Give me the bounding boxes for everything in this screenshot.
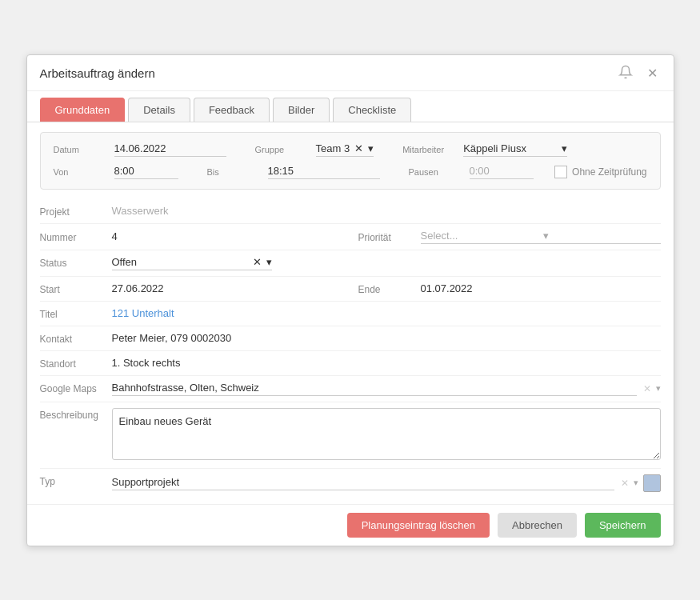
inline-fields-2: Start 27.06.2022 Ende 01.07.2022 — [40, 282, 661, 295]
maps-arrow-icon[interactable]: ▾ — [656, 383, 661, 394]
titel-label: Titel — [40, 307, 112, 320]
ende-label: Ende — [358, 282, 414, 295]
status-select[interactable]: Offen ✕ ▾ — [112, 256, 272, 270]
beschreibung-textarea[interactable] — [112, 408, 661, 460]
datum-value[interactable]: 14.06.2022 — [114, 142, 226, 157]
standort-value[interactable]: 1. Stock rechts — [112, 357, 661, 369]
start-value[interactable]: 27.06.2022 — [112, 282, 342, 294]
mitarbeiter-select[interactable]: Käppeli Piusx ▾ — [463, 142, 567, 157]
typ-value[interactable]: Supportprojekt — [112, 476, 614, 490]
nummer-label: Nummer — [40, 230, 112, 243]
gruppe-clear-icon[interactable]: ✕ — [354, 142, 363, 154]
typ-controls: ✕ ▾ — [621, 474, 661, 492]
maps-clear-icon[interactable]: ✕ — [643, 383, 651, 394]
main-form: Projekt Wasserwerk Nummer 4 Priorität Se… — [27, 199, 674, 504]
projekt-row: Projekt Wasserwerk — [40, 199, 661, 224]
kontakt-row: Kontakt Peter Meier, 079 0002030 — [40, 326, 661, 351]
ende-right: Ende 01.07.2022 — [358, 282, 661, 295]
tab-details[interactable]: Details — [128, 98, 190, 122]
tabs: Grunddaten Details Feedback Bilder Check… — [27, 91, 674, 122]
google-maps-label: Google Maps — [40, 382, 112, 394]
typ-label: Typ — [40, 474, 112, 487]
nummer-left: Nummer 4 — [40, 230, 342, 243]
cancel-button[interactable]: Abbrechen — [498, 513, 577, 538]
ende-value[interactable]: 01.07.2022 — [421, 282, 661, 294]
projekt-label: Projekt — [40, 205, 112, 218]
pausen-value[interactable]: 0:00 — [470, 165, 534, 179]
top-section: Datum 14.06.2022 Gruppe Team 3 ✕ ▾ Mitar… — [40, 132, 661, 190]
beschreibung-content — [112, 408, 661, 462]
dialog-header: Arbeitsauftrag ändern ✕ — [27, 55, 674, 91]
standort-label: Standort — [40, 357, 112, 370]
kontakt-value[interactable]: Peter Meier, 079 0002030 — [112, 332, 661, 344]
gruppe-value: Team 3 — [316, 142, 350, 154]
zeitpruefung-row: Ohne Zeitprüfung — [554, 166, 646, 178]
typ-clear-icon[interactable]: ✕ — [621, 478, 629, 489]
beschreibung-row: Beschreibung — [40, 402, 661, 469]
status-label: Status — [40, 256, 112, 269]
typ-row-inner: Supportprojekt ✕ ▾ — [112, 474, 661, 492]
prioritaet-label: Priorität — [358, 230, 414, 243]
status-value: Offen — [112, 256, 138, 268]
gruppe-arrow-icon[interactable]: ▾ — [368, 142, 374, 154]
nummer-value[interactable]: 4 — [112, 230, 342, 242]
maps-controls: ✕ ▾ — [643, 383, 661, 394]
save-button[interactable]: Speichern — [585, 513, 661, 538]
bis-value[interactable]: 18:15 — [268, 165, 380, 179]
projekt-value[interactable]: Wasserwerk — [112, 205, 661, 217]
zeitpruefung-label: Ohne Zeitprüfung — [572, 166, 646, 178]
delete-button[interactable]: Planungseintrag löschen — [347, 513, 490, 538]
pausen-label: Pausen — [409, 167, 457, 177]
bis-label: Bis — [207, 167, 255, 177]
kontakt-label: Kontakt — [40, 332, 112, 345]
gruppe-select[interactable]: Team 3 ✕ ▾ — [316, 142, 374, 157]
typ-color-box[interactable] — [643, 474, 661, 492]
top-row-2: Von 8:00 Bis 18:15 Pausen 0:00 Ohne Zeit… — [54, 165, 647, 179]
dialog-footer: Planungseintrag löschen Abbrechen Speich… — [27, 504, 674, 546]
mitarbeiter-arrow-icon[interactable]: ▾ — [562, 142, 567, 154]
google-maps-row: Google Maps Bahnhofstrasse, Olten, Schwe… — [40, 376, 661, 402]
prioritaet-arrow-icon[interactable]: ▾ — [543, 230, 661, 242]
tab-checkliste[interactable]: Checkliste — [333, 98, 411, 122]
zeitpruefung-checkbox[interactable] — [554, 166, 567, 178]
gruppe-label: Gruppe — [255, 145, 303, 154]
tab-bilder[interactable]: Bilder — [273, 98, 330, 122]
maps-row-inner: Bahnhofstrasse, Olten, Schweiz ✕ ▾ — [112, 382, 661, 396]
nummer-prioritaet-row: Nummer 4 Priorität Select... ▾ — [40, 224, 661, 250]
status-clear-icon[interactable]: ✕ — [253, 256, 262, 268]
dialog-title: Arbeitsauftrag ändern — [40, 66, 155, 80]
inline-fields-1: Nummer 4 Priorität Select... ▾ — [40, 230, 661, 244]
prioritaet-placeholder: Select... — [421, 230, 538, 242]
maps-value[interactable]: Bahnhofstrasse, Olten, Schweiz — [112, 382, 637, 396]
tab-feedback[interactable]: Feedback — [194, 98, 270, 122]
datum-label: Datum — [54, 145, 102, 154]
start-ende-row: Start 27.06.2022 Ende 01.07.2022 — [40, 277, 661, 302]
mitarbeiter-value: Käppeli Piusx — [463, 142, 526, 154]
standort-row: Standort 1. Stock rechts — [40, 351, 661, 376]
start-label: Start — [40, 282, 112, 295]
prioritaet-select[interactable]: Select... ▾ — [421, 230, 661, 244]
dialog: Arbeitsauftrag ändern ✕ Grunddaten Detai… — [26, 54, 674, 546]
titel-value[interactable]: 121 Unterhalt — [112, 307, 661, 319]
typ-row: Typ Supportprojekt ✕ ▾ — [40, 469, 661, 498]
start-left: Start 27.06.2022 — [40, 282, 342, 295]
beschreibung-label: Beschreibung — [40, 408, 112, 421]
header-icons: ✕ — [615, 63, 661, 84]
mitarbeiter-label: Mitarbeiter — [402, 145, 450, 154]
von-label: Von — [54, 167, 102, 177]
close-icon[interactable]: ✕ — [644, 64, 661, 82]
status-arrow-icon[interactable]: ▾ — [266, 256, 272, 268]
prioritaet-right: Priorität Select... ▾ — [358, 230, 661, 244]
tab-grunddaten[interactable]: Grunddaten — [40, 98, 126, 122]
typ-arrow-icon[interactable]: ▾ — [634, 478, 638, 488]
speaker-icon[interactable] — [615, 63, 636, 84]
titel-row: Titel 121 Unterhalt — [40, 302, 661, 326]
von-value[interactable]: 8:00 — [114, 165, 178, 179]
top-row-1: Datum 14.06.2022 Gruppe Team 3 ✕ ▾ Mitar… — [54, 142, 647, 157]
status-row: Status Offen ✕ ▾ — [40, 250, 661, 277]
